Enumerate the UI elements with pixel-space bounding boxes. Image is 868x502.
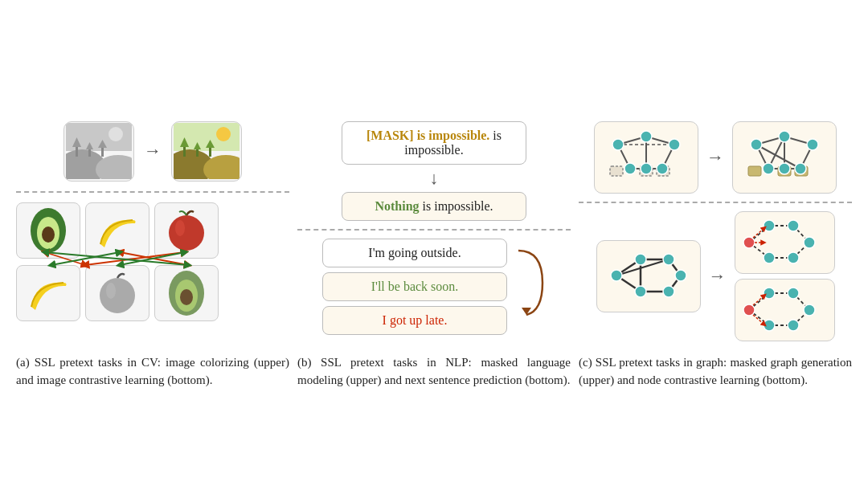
nlp-divider xyxy=(297,229,571,231)
svg-point-106 xyxy=(764,320,775,331)
svg-rect-14 xyxy=(183,145,186,157)
avocado-silhouette-image xyxy=(154,265,219,321)
source-graph-box xyxy=(596,240,701,312)
svg-point-79 xyxy=(635,254,646,265)
svg-point-52 xyxy=(657,163,668,174)
svg-point-93 xyxy=(788,220,799,231)
curved-arrow-container xyxy=(512,247,546,327)
curved-arrow-svg xyxy=(512,247,546,319)
svg-point-108 xyxy=(788,320,799,331)
panel-cv: → xyxy=(16,121,289,321)
svg-point-64 xyxy=(751,139,762,150)
svg-point-66 xyxy=(807,139,818,150)
sentence3-text: I got up late. xyxy=(383,313,448,327)
svg-point-48 xyxy=(641,131,652,142)
result-sentence-box: Nothing is impossible. xyxy=(342,192,526,221)
panels-row: → xyxy=(16,113,852,349)
graph-top-arrow: → xyxy=(706,147,724,168)
nlp-bottom-group: I'm going outside. I'll be back soon. I … xyxy=(322,239,546,335)
cv-divider xyxy=(16,191,289,193)
graph-bottom-arrow: → xyxy=(709,266,727,287)
nothing-token: Nothing xyxy=(375,199,419,213)
svg-point-109 xyxy=(804,304,815,316)
svg-point-107 xyxy=(788,288,799,299)
colorization-arrow: → xyxy=(144,141,162,161)
sentence3-box: I got up late. xyxy=(322,306,507,335)
svg-point-47 xyxy=(612,139,624,150)
svg-point-11 xyxy=(216,127,231,141)
svg-rect-44 xyxy=(610,166,623,176)
svg-point-29 xyxy=(180,289,193,305)
caption-cv: (a) SSL pretext tasks in CV: image color… xyxy=(16,354,289,390)
colorized-image xyxy=(171,121,242,182)
svg-point-49 xyxy=(669,139,680,150)
graph-output-stack xyxy=(735,211,835,341)
caption-nlp: (b) SSL pretext tasks in NLP: masked lan… xyxy=(297,354,571,390)
svg-point-83 xyxy=(675,270,686,281)
svg-point-91 xyxy=(764,220,775,231)
svg-point-105 xyxy=(764,288,775,299)
graph-divider xyxy=(579,202,852,203)
apple-gray-image xyxy=(85,265,149,321)
panel-graph: → xyxy=(579,121,852,341)
svg-point-50 xyxy=(624,163,636,174)
svg-point-78 xyxy=(611,270,622,281)
svg-point-68 xyxy=(779,163,790,174)
svg-point-95 xyxy=(804,237,815,248)
avocado-image xyxy=(16,202,80,259)
panel-nlp: [MASK] is impossible. is impossible. ↓ N… xyxy=(297,121,571,335)
graph-content: → xyxy=(579,121,852,341)
caption-row: (a) SSL pretext tasks in CV: image color… xyxy=(16,349,852,390)
sentence1-text: I'm going outside. xyxy=(368,246,461,259)
nlp-text-stack: I'm going outside. I'll be back soon. I … xyxy=(322,239,507,335)
sentence1-box: I'm going outside. xyxy=(322,239,507,267)
svg-point-92 xyxy=(764,252,775,263)
svg-line-110 xyxy=(753,296,764,305)
cv-top: → xyxy=(16,121,289,182)
svg-point-80 xyxy=(635,286,646,297)
svg-point-104 xyxy=(743,304,755,316)
svg-point-24 xyxy=(175,220,185,236)
nlp-content: [MASK] is impossible. is impossible. ↓ N… xyxy=(297,121,571,335)
svg-point-23 xyxy=(169,215,204,251)
graph-top: → xyxy=(594,121,837,194)
svg-point-26 xyxy=(106,283,116,299)
svg-rect-16 xyxy=(196,149,199,157)
banana-top-image xyxy=(85,202,149,259)
svg-point-81 xyxy=(663,254,674,265)
masked-graph-box xyxy=(594,121,698,194)
svg-point-51 xyxy=(641,163,652,174)
svg-rect-61 xyxy=(748,166,761,176)
sentence2-text: I'll be back soon. xyxy=(371,280,459,293)
svg-point-82 xyxy=(663,286,674,297)
svg-line-97 xyxy=(753,228,764,238)
complete-graph-box xyxy=(732,121,837,194)
svg-rect-4 xyxy=(76,145,78,157)
svg-point-94 xyxy=(788,252,799,263)
positive-graph-box xyxy=(735,211,835,274)
nlp-down-arrow: ↓ xyxy=(430,169,439,187)
caption-graph: (c) SSL pretext tasks in graph: masked g… xyxy=(579,354,852,390)
graph-bottom: → xyxy=(596,211,835,341)
svg-rect-8 xyxy=(101,147,104,157)
svg-rect-18 xyxy=(209,147,211,157)
svg-line-111 xyxy=(753,315,764,324)
svg-rect-6 xyxy=(88,149,91,157)
banana-bottom-image xyxy=(16,265,80,321)
svg-point-65 xyxy=(779,131,790,142)
mask-sentence-box: [MASK] is impossible. is impossible. xyxy=(342,121,526,165)
svg-point-25 xyxy=(100,278,135,313)
result-rest: is impossible. xyxy=(420,199,493,213)
svg-point-67 xyxy=(763,163,774,174)
mask-token: [MASK] is impossible. xyxy=(366,129,489,142)
sentence2-box: I'll be back soon. xyxy=(322,272,507,301)
grayscale-image xyxy=(63,121,134,182)
svg-point-22 xyxy=(42,227,55,243)
negative-graph-box xyxy=(735,279,835,341)
cv-content: → xyxy=(16,121,289,321)
svg-point-69 xyxy=(795,163,806,174)
svg-point-1 xyxy=(108,127,123,141)
cv-bottom-grid xyxy=(16,202,219,321)
svg-point-90 xyxy=(743,237,755,248)
apple-image xyxy=(154,202,219,259)
